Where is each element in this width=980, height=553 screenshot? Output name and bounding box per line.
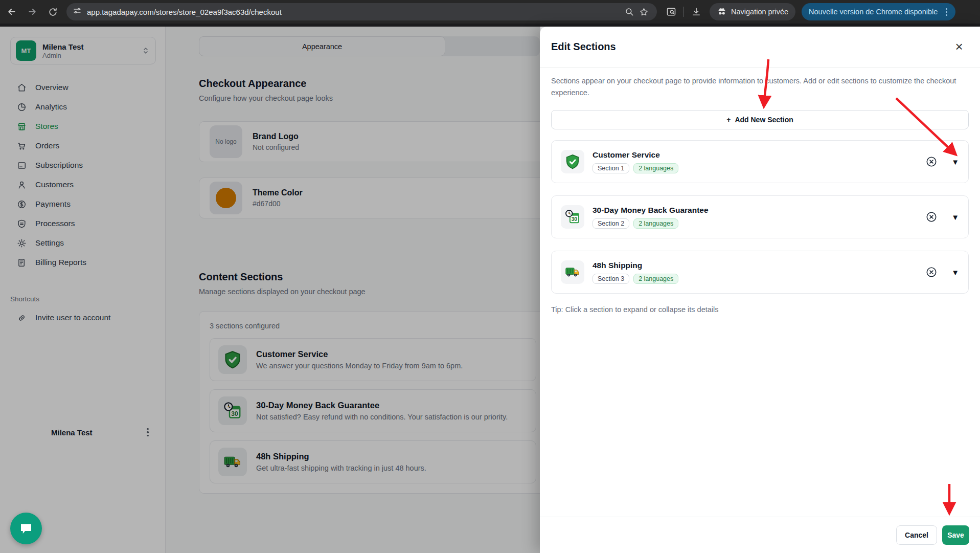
chrome-update-chip[interactable]: Nouvelle version de Chrome disponible: [802, 3, 955, 20]
collapse-triangle-icon[interactable]: ▼: [951, 158, 959, 166]
panel-section-money-back[interactable]: 30-Day Money Back Guarantee Section 2 2 …: [551, 195, 969, 238]
collapse-triangle-icon[interactable]: ▼: [951, 268, 959, 277]
remove-section-icon[interactable]: [925, 155, 938, 168]
address-bar[interactable]: app.tagadapay.com/stores/store_02ea9f3ac…: [66, 3, 657, 20]
chat-launcher[interactable]: [10, 513, 42, 544]
toolbar-divider: [683, 7, 684, 17]
panel-section-customer-service[interactable]: Customer Service Section 1 2 languages ▼: [551, 140, 969, 183]
truck-icon: [561, 260, 584, 284]
languages-badge: 2 languages: [633, 163, 678, 173]
reload-icon[interactable]: [44, 3, 61, 20]
panel-title: Edit Sections: [551, 41, 616, 53]
side-search-icon[interactable]: [664, 5, 678, 19]
screen: app.tagadapay.com/stores/store_02ea9f3ac…: [0, 0, 980, 553]
shield-check-icon: [561, 150, 584, 173]
incognito-chip[interactable]: Navigation privée: [710, 3, 795, 20]
panel-section-shipping[interactable]: 48h Shipping Section 3 2 languages ▼: [551, 251, 969, 294]
panel-footer: Cancel Save: [540, 517, 980, 553]
remove-section-icon[interactable]: [925, 210, 938, 224]
section-number-badge: Section 2: [592, 218, 629, 229]
remove-section-icon[interactable]: [925, 266, 938, 279]
save-button[interactable]: Save: [942, 525, 969, 545]
browser-toolbar: app.tagadapay.com/stores/store_02ea9f3ac…: [0, 0, 980, 24]
bookmark-star-icon[interactable]: [636, 5, 651, 19]
zoom-icon[interactable]: [622, 5, 636, 19]
money-back-icon: [561, 205, 584, 229]
incognito-label: Navigation privée: [731, 8, 788, 16]
section-number-badge: Section 1: [592, 163, 629, 173]
section-number-badge: Section 3: [592, 274, 629, 284]
panel-header: Edit Sections ×: [540, 27, 980, 68]
modal-overlay[interactable]: [0, 27, 540, 553]
back-icon[interactable]: [3, 3, 20, 20]
download-icon[interactable]: [689, 5, 703, 19]
panel-description: Sections appear on your checkout page to…: [551, 75, 970, 99]
browser-menu-icon[interactable]: [943, 6, 950, 18]
close-icon[interactable]: ×: [950, 38, 968, 55]
collapse-triangle-icon[interactable]: ▼: [951, 213, 959, 222]
languages-badge: 2 languages: [633, 218, 678, 229]
panel-tip: Tip: Click a section to expand or collap…: [551, 305, 718, 314]
chrome-update-label: Nouvelle version de Chrome disponible: [809, 8, 938, 16]
forward-icon[interactable]: [24, 3, 41, 20]
languages-badge: 2 languages: [633, 274, 678, 284]
url-text[interactable]: app.tagadapay.com/stores/store_02ea9f3ac…: [87, 8, 622, 16]
site-info-icon[interactable]: [73, 6, 82, 17]
chat-icon: [18, 521, 34, 536]
add-new-section-button[interactable]: + Add New Section: [551, 110, 969, 129]
edit-sections-panel: Edit Sections × Sections appear on your …: [540, 27, 980, 553]
plus-icon: +: [726, 116, 731, 124]
incognito-icon: [717, 7, 727, 17]
cancel-button[interactable]: Cancel: [896, 525, 937, 545]
